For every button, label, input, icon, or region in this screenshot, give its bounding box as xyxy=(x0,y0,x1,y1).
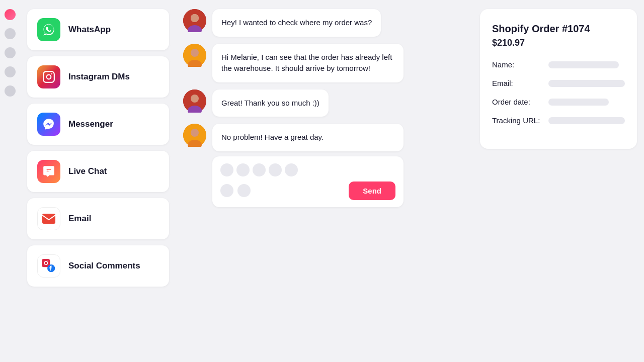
field-label-name: Name: xyxy=(492,60,542,69)
order-field-name: Name: xyxy=(492,60,625,69)
order-field-date: Order date: xyxy=(492,98,625,106)
avatar-female-1 xyxy=(183,9,206,32)
svg-point-16 xyxy=(191,49,199,57)
nav-dot-3[interactable] xyxy=(5,66,16,77)
toolbar-btn-2[interactable] xyxy=(236,163,250,176)
toolbar-btn-3[interactable] xyxy=(253,163,266,176)
order-title: Shopify Order #1074 xyxy=(492,23,625,35)
svg-point-1 xyxy=(47,75,51,79)
whatsapp-icon xyxy=(37,18,60,41)
field-bar-date xyxy=(548,99,609,106)
message-row-1: Hey! I wanted to check where my order wa… xyxy=(183,9,466,37)
nav-dot-1[interactable] xyxy=(5,28,16,39)
action-btn-2[interactable] xyxy=(237,184,251,197)
svg-point-22 xyxy=(191,129,199,137)
svg-point-3 xyxy=(46,170,47,171)
toolbar-btn-1[interactable] xyxy=(220,163,233,176)
avatar-female-2 xyxy=(183,89,206,113)
message-row-2: Hi Melanie, I can see that the order has… xyxy=(183,44,466,82)
sidebar: WhatsApp Instagram DMs Messenger xyxy=(20,0,176,362)
message-row-4: No problem! Have a great day. Send xyxy=(183,124,466,207)
order-card: Shopify Order #1074 $210.97 Name: Email:… xyxy=(480,9,637,149)
message-bubble-1: Hey! I wanted to check where my order wa… xyxy=(212,9,381,37)
svg-point-4 xyxy=(48,170,49,171)
field-label-date: Order date: xyxy=(492,98,542,106)
svg-point-5 xyxy=(50,170,51,171)
channel-messenger[interactable]: Messenger xyxy=(27,104,169,145)
message-bubble-3: Great! Thank you so much :)) xyxy=(212,89,329,117)
chat-toolbar-row-1 xyxy=(220,163,395,176)
toolbar-btn-5[interactable] xyxy=(285,163,298,176)
message-row-3: Great! Thank you so much :)) xyxy=(183,89,466,117)
left-nav xyxy=(0,0,20,362)
channel-instagram[interactable]: Instagram DMs xyxy=(27,56,169,98)
instagram-icon xyxy=(37,65,60,88)
message-bubble-4: No problem! Have a great day. xyxy=(212,124,404,151)
field-label-tracking: Tracking URL: xyxy=(492,116,542,125)
nav-dot-4[interactable] xyxy=(5,85,16,97)
order-field-email: Email: xyxy=(492,79,625,87)
order-field-tracking: Tracking URL: xyxy=(492,116,625,125)
avatar-male-2 xyxy=(183,124,206,147)
right-panel: Shopify Order #1074 $210.97 Name: Email:… xyxy=(473,0,644,362)
social-icon xyxy=(37,254,60,278)
message-bubble-2: Hi Melanie, I can see that the order has… xyxy=(212,44,404,82)
social-label: Social Comments xyxy=(68,261,140,271)
channel-email[interactable]: Email xyxy=(27,198,169,239)
email-label: Email xyxy=(68,214,91,224)
field-bar-tracking xyxy=(548,117,625,124)
chat-input-area: Send xyxy=(212,156,404,207)
channel-social[interactable]: Social Comments xyxy=(27,245,169,287)
messenger-icon xyxy=(37,113,60,136)
field-bar-email xyxy=(548,80,625,87)
input-container: No problem! Have a great day. Send xyxy=(212,124,404,207)
field-bar-name xyxy=(548,61,619,68)
svg-point-14 xyxy=(191,14,199,22)
chat-actions-row: Send xyxy=(220,182,395,200)
action-btn-1[interactable] xyxy=(220,184,233,197)
toolbar-btn-4[interactable] xyxy=(269,163,282,176)
nav-dot-0[interactable] xyxy=(5,9,16,20)
send-button[interactable]: Send xyxy=(349,182,395,200)
email-icon xyxy=(37,207,60,230)
messenger-label: Messenger xyxy=(68,119,113,129)
field-label-email: Email: xyxy=(492,79,542,87)
whatsapp-label: WhatsApp xyxy=(68,25,111,35)
chat-area: Hey! I wanted to check where my order wa… xyxy=(176,0,473,362)
svg-rect-6 xyxy=(42,214,55,224)
channel-whatsapp[interactable]: WhatsApp xyxy=(27,9,169,50)
channel-livechat[interactable]: Live Chat xyxy=(27,151,169,192)
nav-dot-2[interactable] xyxy=(5,47,16,58)
svg-point-2 xyxy=(51,73,53,75)
order-amount: $210.97 xyxy=(492,38,625,48)
livechat-icon xyxy=(37,160,60,183)
svg-point-9 xyxy=(47,260,48,261)
livechat-label: Live Chat xyxy=(68,166,107,176)
svg-point-19 xyxy=(191,95,199,103)
avatar-male-1 xyxy=(183,44,206,67)
svg-rect-0 xyxy=(43,71,54,82)
instagram-label: Instagram DMs xyxy=(68,72,130,82)
